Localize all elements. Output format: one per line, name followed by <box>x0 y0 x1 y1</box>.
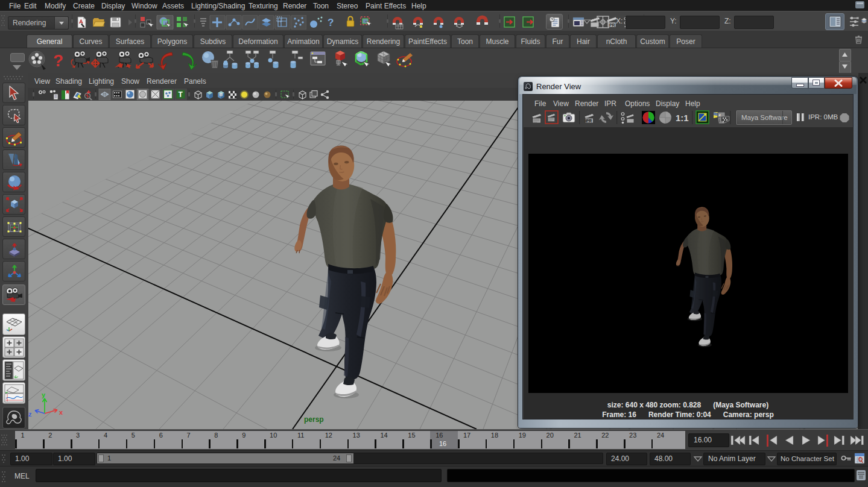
svg-text:T: T <box>179 90 183 99</box>
svg-text:1:1: 1:1 <box>676 113 689 123</box>
svg-text:persp: persp <box>304 415 324 424</box>
svg-text:?: ? <box>328 17 334 28</box>
svg-text:x: x <box>59 409 63 416</box>
svg-text:IPR: IPR <box>585 119 592 123</box>
svg-text:y: y <box>42 391 46 398</box>
svg-text:?: ? <box>53 51 63 70</box>
svg-text:z: z <box>28 410 32 418</box>
